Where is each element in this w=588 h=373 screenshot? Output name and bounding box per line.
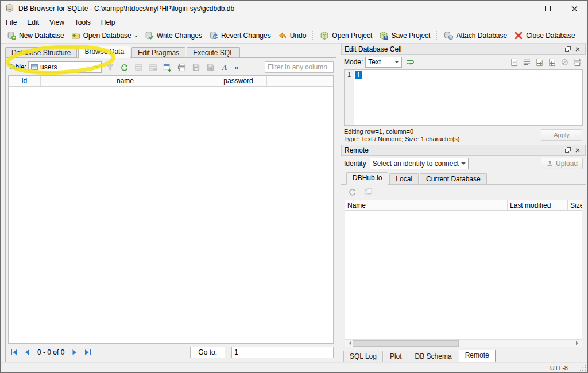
scrollbar-thumb[interactable] bbox=[353, 340, 459, 347]
align-text-button[interactable] bbox=[521, 56, 532, 68]
window-controls bbox=[508, 1, 587, 17]
import-text-button[interactable] bbox=[533, 56, 545, 68]
save-view-as-button[interactable] bbox=[204, 61, 216, 73]
attach-database-button[interactable]: Attach Database bbox=[440, 29, 510, 42]
tab-local[interactable]: Local bbox=[389, 173, 419, 184]
clear-filters-button[interactable] bbox=[103, 61, 116, 73]
column-header-password[interactable]: password bbox=[210, 76, 267, 86]
undo-button[interactable]: Undo bbox=[274, 29, 310, 42]
close-database-button[interactable]: Close Database bbox=[510, 29, 578, 42]
cell-editor[interactable]: 1 1 bbox=[344, 69, 583, 126]
last-record-icon bbox=[83, 348, 92, 357]
remote-list-body[interactable] bbox=[345, 211, 582, 339]
window-title: DB Browser for SQLite - C:\xampp\htdocs\… bbox=[18, 5, 234, 13]
text-document-button[interactable] bbox=[508, 56, 520, 68]
upload-label: Upload bbox=[556, 160, 578, 168]
tab-execute-sql[interactable]: Execute SQL bbox=[187, 47, 240, 58]
goto-button[interactable]: Go to: bbox=[190, 347, 225, 358]
delete-record-button[interactable] bbox=[146, 61, 159, 73]
apply-button[interactable]: Apply bbox=[541, 129, 582, 141]
remote-dock-title: Remote bbox=[341, 145, 586, 156]
tab-edit-pragmas[interactable]: Edit Pragmas bbox=[131, 47, 185, 58]
word-wrap-button[interactable] bbox=[404, 56, 416, 68]
minimize-button[interactable] bbox=[508, 1, 535, 17]
record-position-label: 0 - 0 of 0 bbox=[37, 348, 64, 356]
next-record-button[interactable] bbox=[69, 347, 80, 358]
horizontal-scrollbar[interactable] bbox=[345, 339, 582, 347]
encoding-button[interactable]: A bbox=[218, 61, 231, 73]
menu-view[interactable]: View bbox=[44, 17, 69, 28]
last-record-button[interactable] bbox=[82, 347, 94, 358]
insert-record-button[interactable] bbox=[132, 61, 145, 73]
mode-select-value: Text bbox=[368, 58, 381, 66]
tab-dbhub[interactable]: DBHub.io bbox=[346, 172, 388, 185]
undo-label: Undo bbox=[290, 32, 307, 40]
content-area: Database Structure Browse Data Edit Prag… bbox=[1, 44, 587, 362]
mode-select[interactable]: Text bbox=[365, 57, 402, 68]
cell-edit-tools bbox=[508, 56, 583, 68]
tab-db-schema[interactable]: DB Schema bbox=[409, 351, 458, 362]
clone-database-button[interactable] bbox=[362, 186, 374, 197]
identity-select-value: Select an identity to connect bbox=[373, 160, 459, 168]
close-database-label: Close Database bbox=[526, 32, 575, 40]
tab-browse-data[interactable]: Browse Data bbox=[78, 46, 130, 58]
write-changes-button[interactable]: Write Changes bbox=[141, 29, 206, 42]
grid-body[interactable] bbox=[9, 87, 333, 343]
scroll-left-arrow[interactable] bbox=[345, 340, 353, 347]
toolbar-overflow-chevron[interactable]: » bbox=[233, 63, 240, 72]
column-header-size[interactable]: Size bbox=[568, 200, 582, 210]
tab-plot[interactable]: Plot bbox=[384, 351, 408, 362]
print-button[interactable] bbox=[175, 61, 188, 73]
close-dock-button[interactable] bbox=[572, 146, 582, 154]
refresh-button[interactable] bbox=[118, 61, 130, 73]
remote-title: Remote bbox=[345, 146, 563, 154]
scroll-right-arrow[interactable] bbox=[574, 340, 582, 347]
column-header-name[interactable]: name bbox=[41, 76, 210, 86]
resize-grip[interactable] bbox=[579, 364, 586, 371]
first-record-button[interactable] bbox=[8, 347, 20, 358]
menu-tools[interactable]: Tools bbox=[69, 17, 96, 28]
close-dock-button[interactable] bbox=[572, 45, 582, 53]
upload-button[interactable]: Upload bbox=[541, 158, 583, 169]
float-dock-button[interactable] bbox=[563, 146, 572, 154]
tab-database-structure[interactable]: Database Structure bbox=[5, 47, 77, 58]
open-database-button[interactable]: Open Database bbox=[68, 29, 141, 42]
open-in-new-tab-button[interactable] bbox=[161, 61, 173, 73]
grid-header-filler bbox=[267, 76, 333, 86]
print-cell-button[interactable] bbox=[571, 56, 583, 68]
set-null-button[interactable] bbox=[559, 56, 570, 68]
remote-refresh-button[interactable] bbox=[346, 186, 358, 197]
maximize-icon bbox=[545, 6, 551, 11]
encoding-indicator[interactable]: UTF-8 bbox=[550, 364, 568, 371]
tab-sql-log[interactable]: SQL Log bbox=[343, 351, 383, 362]
save-project-button[interactable]: Save Project bbox=[376, 29, 434, 42]
new-database-label: New Database bbox=[19, 32, 64, 40]
edit-cell-title: Edit Database Cell bbox=[345, 45, 563, 53]
tab-remote[interactable]: Remote bbox=[459, 350, 496, 362]
filter-input[interactable] bbox=[265, 61, 334, 73]
menu-edit[interactable]: Edit bbox=[22, 17, 44, 28]
editor-content[interactable]: 1 bbox=[354, 70, 363, 125]
new-database-button[interactable]: New Database bbox=[3, 29, 68, 42]
tab-current-database[interactable]: Current Database bbox=[420, 173, 487, 184]
menu-file[interactable]: File bbox=[1, 17, 22, 28]
pane-splitter[interactable] bbox=[336, 44, 341, 362]
maximize-button[interactable] bbox=[535, 1, 561, 17]
table-select[interactable]: users bbox=[28, 61, 102, 73]
identity-select[interactable]: Select an identity to connect bbox=[370, 158, 469, 169]
save-view-button[interactable] bbox=[189, 61, 202, 73]
revert-changes-button[interactable]: Revert Changes bbox=[206, 29, 274, 42]
column-header-last-modified[interactable]: Last modified bbox=[508, 200, 568, 210]
goto-input[interactable] bbox=[231, 347, 334, 358]
remote-list-header: Name Last modified Size bbox=[345, 200, 582, 211]
menu-help[interactable]: Help bbox=[96, 17, 121, 28]
float-dock-button[interactable] bbox=[563, 45, 572, 53]
app-database-icon bbox=[5, 3, 14, 14]
column-header-name[interactable]: Name bbox=[345, 200, 508, 210]
open-project-button[interactable]: Open Project bbox=[316, 29, 376, 42]
export-text-button[interactable] bbox=[546, 56, 558, 68]
column-header-id[interactable]: id bbox=[9, 76, 41, 86]
close-button[interactable] bbox=[561, 1, 587, 17]
open-database-dropdown-icon bbox=[134, 36, 138, 39]
previous-record-button[interactable] bbox=[21, 347, 33, 358]
